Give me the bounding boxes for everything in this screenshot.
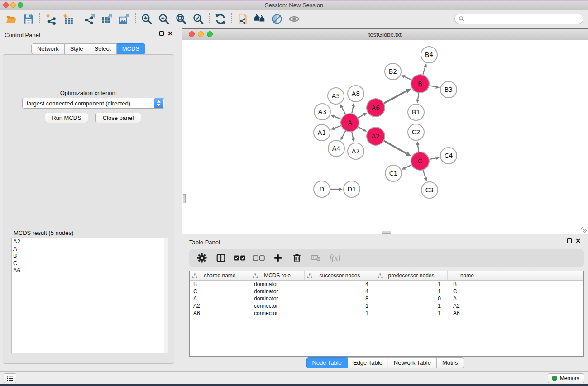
table-cell[interactable]: A6: [448, 310, 487, 317]
edge-A-A4[interactable]: [342, 131, 345, 137]
column-header-shared-name[interactable]: shared name: [190, 271, 250, 280]
canvas-bottom-handle[interactable]: [382, 231, 391, 234]
close-panel-icon[interactable]: ✕: [167, 31, 173, 36]
edge-A6-B[interactable]: [384, 91, 406, 103]
show-details-button[interactable]: [286, 11, 303, 27]
table-cell[interactable]: 4: [305, 281, 375, 288]
table-cell[interactable]: 4: [305, 288, 375, 295]
delete-column-button[interactable]: [291, 252, 303, 264]
edge-B-B4[interactable]: [423, 67, 425, 75]
import-table-button[interactable]: [59, 11, 76, 27]
add-column-button[interactable]: [272, 252, 284, 264]
table-cell[interactable]: dominator: [250, 288, 305, 295]
function-builder-button[interactable]: f(x): [329, 252, 341, 264]
edge-A-A7[interactable]: [352, 132, 353, 139]
search-input[interactable]: [467, 16, 579, 22]
mcds-result-list[interactable]: A2ABCA6: [11, 238, 168, 353]
table-cell[interactable]: connector: [250, 302, 305, 310]
open-session-button[interactable]: [3, 11, 20, 27]
edge-C-C1[interactable]: [405, 165, 411, 168]
zoom-fit-button[interactable]: [172, 11, 190, 27]
table-cell[interactable]: A2: [190, 302, 250, 310]
table-cell[interactable]: 1: [375, 281, 448, 288]
save-session-button[interactable]: [20, 11, 37, 27]
export-network-button[interactable]: [81, 11, 99, 27]
table-cell[interactable]: B: [448, 281, 487, 288]
table-cell[interactable]: C: [448, 288, 487, 295]
column-header-predecessor-nodes[interactable]: predecessor nodes: [375, 271, 448, 280]
float-table-panel-icon[interactable]: [567, 238, 572, 243]
table-cell[interactable]: A6: [190, 310, 250, 317]
canvas-left-handle[interactable]: [183, 194, 186, 203]
tab-mcds[interactable]: MCDS: [117, 43, 145, 54]
first-neighbors-button[interactable]: [251, 11, 268, 27]
task-history-button[interactable]: [4, 373, 16, 383]
edge-C-C2[interactable]: [418, 145, 419, 152]
mcds-result-item[interactable]: A: [12, 245, 168, 253]
resize-grip-icon[interactable]: [581, 227, 587, 233]
table-cell[interactable]: 1: [375, 288, 448, 295]
edge-B-B1[interactable]: [418, 93, 419, 100]
mcds-result-item[interactable]: B: [12, 253, 168, 260]
hide-details-button[interactable]: [268, 11, 286, 27]
network-graph[interactable]: AA1A2A3A4A5A6A7A8BB1B2B3B4CC1C2C3C4DD1: [183, 40, 587, 234]
table-cell[interactable]: connector: [250, 310, 305, 317]
column-header-successor-nodes[interactable]: successor nodes: [305, 271, 375, 280]
zoom-selected-button[interactable]: [190, 11, 207, 27]
search-field[interactable]: [454, 14, 583, 24]
table-row[interactable]: Bdominator41B: [190, 281, 583, 288]
edge-A-A3[interactable]: [335, 116, 341, 119]
tab-edge-table[interactable]: Edge Table: [348, 357, 388, 368]
table-row[interactable]: Adominator80A: [190, 295, 583, 302]
table-row[interactable]: A6connector11A6: [190, 310, 583, 317]
float-panel-icon[interactable]: [159, 31, 164, 36]
table-cell[interactable]: A2: [448, 302, 487, 310]
edge-C-C3[interactable]: [423, 170, 426, 178]
run-mcds-button[interactable]: Run MCDS: [45, 113, 88, 123]
table-cell[interactable]: A: [190, 295, 250, 302]
table-row[interactable]: A2connector11A2: [190, 302, 583, 310]
table-cell[interactable]: B: [190, 281, 250, 288]
tab-select[interactable]: Select: [89, 43, 117, 54]
select-all-button[interactable]: [234, 252, 246, 264]
edge-A-A6[interactable]: [358, 114, 363, 118]
table-cell[interactable]: A: [448, 295, 487, 302]
delete-table-button[interactable]: [310, 252, 322, 264]
export-image-button[interactable]: [116, 11, 133, 27]
tab-network-table[interactable]: Network Table: [388, 357, 437, 368]
table-cell[interactable]: C: [190, 288, 250, 295]
tab-network[interactable]: Network: [31, 43, 65, 54]
table-cell[interactable]: 8: [305, 295, 375, 302]
table-cell[interactable]: 1: [375, 302, 448, 310]
edge-B-B2[interactable]: [405, 77, 411, 80]
column-header-MCDS-role[interactable]: MCDS role: [250, 271, 305, 280]
close-panel-button[interactable]: Close panel: [95, 113, 141, 123]
close-table-panel-icon[interactable]: ✕: [575, 238, 581, 243]
column-header-name[interactable]: name: [448, 271, 487, 280]
tab-node-table[interactable]: Node Table: [306, 357, 348, 368]
edge-A-A1[interactable]: [334, 126, 341, 128]
edge-B-B3[interactable]: [430, 86, 436, 87]
mcds-result-item[interactable]: A2: [12, 238, 168, 245]
mcds-result-item[interactable]: A6: [12, 267, 168, 274]
result-scrollbar[interactable]: [164, 238, 168, 353]
tab-style[interactable]: Style: [65, 43, 89, 54]
table-cell[interactable]: 1: [375, 310, 448, 317]
zoom-out-button[interactable]: [155, 11, 172, 27]
table-cell[interactable]: 0: [375, 295, 448, 302]
table-cell[interactable]: dominator: [250, 295, 305, 302]
table-cell[interactable]: 1: [305, 302, 375, 310]
memory-button[interactable]: Memory: [548, 373, 584, 383]
table-settings-button[interactable]: [196, 252, 208, 264]
refresh-layout-button[interactable]: [212, 11, 229, 27]
toggle-panel-layout-button[interactable]: [215, 252, 227, 264]
edge-A-A5[interactable]: [342, 107, 345, 114]
network-canvas[interactable]: AA1A2A3A4A5A6A7A8BB1B2B3B4CC1C2C3C4DD1: [183, 40, 587, 234]
edge-A2-C[interactable]: [384, 141, 406, 153]
tab-motifs[interactable]: Motifs: [437, 357, 464, 368]
mcds-result-item[interactable]: C: [12, 260, 168, 267]
network-from-file-button[interactable]: [234, 11, 251, 27]
table-cell[interactable]: dominator: [250, 281, 305, 288]
edge-C-C4[interactable]: [430, 158, 436, 159]
export-table-button[interactable]: [99, 11, 116, 27]
